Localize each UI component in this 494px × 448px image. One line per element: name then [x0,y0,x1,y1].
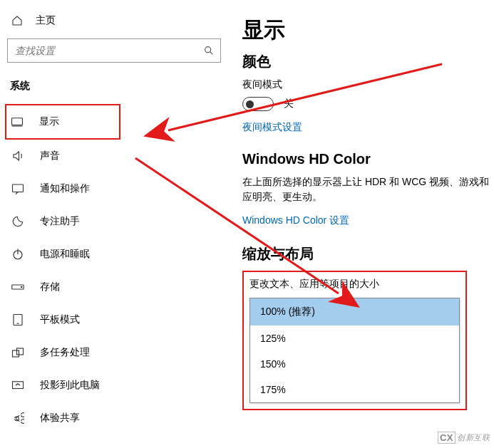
svg-rect-13 [13,382,24,389]
moon-icon [11,215,24,228]
color-heading: 颜色 [242,52,494,71]
share-icon [11,412,24,424]
sound-icon [11,150,24,162]
scale-heading: 缩放与布局 [242,244,494,264]
sidebar-item-label: 专注助手 [40,215,80,228]
sidebar-item-label: 电源和睡眠 [40,248,90,261]
sidebar-item-share[interactable]: 体验共享 [7,402,228,434]
sidebar-item-multitask[interactable]: 多任务处理 [7,336,228,369]
sidebar-item-display[interactable]: 显示 [5,104,120,140]
svg-rect-12 [17,348,24,355]
sidebar-item-projection[interactable]: 投影到此电脑 [7,369,228,402]
sidebar-item-label: 投影到此电脑 [40,379,100,392]
scale-option-125[interactable]: 125% [250,325,459,351]
sidebar-item-label: 体验共享 [40,412,80,424]
sidebar-item-label: 平板模式 [40,313,80,326]
display-icon [11,116,24,127]
sidebar-home-label: 主页 [36,14,56,27]
sidebar-item-label: 声音 [40,150,60,162]
svg-point-0 [205,47,211,53]
sidebar-item-tablet[interactable]: 平板模式 [7,303,228,336]
sidebar-item-label: 显示 [39,115,59,128]
scale-option-100[interactable]: 100% (推荐) [250,298,459,325]
watermark: CX创新互联 [438,432,490,444]
svg-rect-11 [13,350,19,357]
hd-color-heading: Windows HD Color [242,151,494,167]
night-mode-label: 夜间模式 [242,78,494,91]
search-input[interactable] [14,44,203,57]
power-icon [11,248,24,261]
storage-icon [11,283,24,291]
sidebar-item-label: 通知和操作 [40,182,90,195]
sidebar-section-label: 系统 [7,73,228,104]
sidebar-item-label: 多任务处理 [40,346,90,359]
scale-dropdown[interactable]: 100% (推荐) 125% 150% 175% [249,298,460,403]
multitask-icon [11,347,24,358]
page-title: 显示 [242,16,494,45]
sidebar-item-focus[interactable]: 专注助手 [7,205,228,238]
tablet-icon [11,313,24,326]
sidebar-item-storage[interactable]: 存储 [7,271,228,303]
svg-rect-2 [12,118,23,125]
scale-section-highlight: 更改文本、应用等项目的大小 100% (推荐) 125% 150% 175% [242,271,467,410]
sidebar-item-home[interactable]: 主页 [7,7,228,34]
hd-color-description: 在上面所选择的显示器上让 HDR 和 WCG 视频、游戏和应明亮、更生动。 [242,174,494,204]
svg-rect-4 [13,184,24,192]
sidebar-item-power[interactable]: 电源和睡眠 [7,238,228,271]
settings-sidebar: 主页 系统 显示 声音 通知和操作 [0,0,228,448]
projection-icon [11,380,24,391]
svg-point-8 [21,286,23,288]
scale-option-175[interactable]: 175% [250,377,459,402]
night-mode-toggle[interactable] [242,97,274,111]
scale-option-150[interactable]: 150% [250,351,459,377]
notification-icon [11,183,24,194]
sidebar-item-label: 存储 [40,281,60,293]
main-content: 显示 颜色 夜间模式 关 夜间模式设置 Windows HD Color 在上面… [228,0,494,448]
sidebar-item-notifications[interactable]: 通知和操作 [7,172,228,205]
hd-color-settings-link[interactable]: Windows HD Color 设置 [242,214,494,227]
sidebar-item-sound[interactable]: 声音 [7,140,228,172]
search-input-container[interactable] [7,38,221,63]
search-icon [203,45,215,56]
home-icon [11,14,23,27]
scale-label: 更改文本、应用等项目的大小 [249,278,460,291]
night-mode-settings-link[interactable]: 夜间模式设置 [242,121,494,134]
night-mode-state: 关 [284,98,294,110]
svg-line-1 [210,52,213,55]
